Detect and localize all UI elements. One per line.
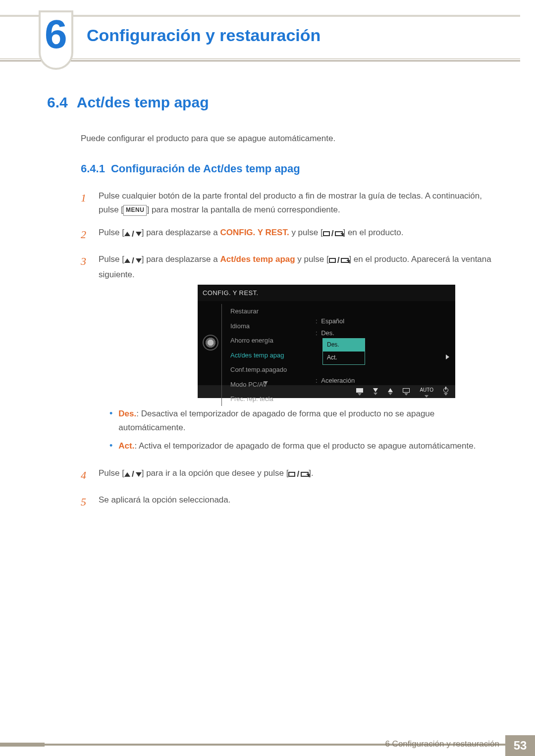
osd-item-frec: Frec. rep. tecla (227, 392, 312, 406)
option-descriptions: • Des.: Desactiva el temporizador de apa… (109, 407, 493, 453)
up-down-icon: / (124, 227, 142, 241)
osd-footer-power-icon (443, 388, 448, 396)
step-text: Pulse [ (99, 468, 124, 478)
section-number: 6.4 (47, 94, 68, 111)
enter-source-icon: / (323, 227, 343, 241)
osd-menu-list: Restaurar Idioma Ahorro energía Act/des … (227, 304, 312, 406)
bullet-act: • Act.: Activa el temporizador de apagad… (109, 439, 493, 453)
procedure-steps: 1 Pulse cualquier botón de la parte fron… (81, 189, 493, 511)
osd-footer-back-icon (356, 388, 363, 396)
osd-item-conf: Conf.temp.apagado (227, 362, 312, 377)
osd-item-restaurar: Restaurar (227, 304, 312, 318)
triangle-down-icon (136, 232, 142, 236)
step-text: ] para mostrar la pantalla de menú corre… (147, 205, 340, 214)
chevron-down-icon (263, 381, 268, 384)
osd-value-idioma: Español (316, 316, 361, 326)
step-1: 1 Pulse cualquier botón de la parte fron… (81, 189, 493, 217)
osd-footer-enter-icon (403, 388, 410, 396)
up-down-icon: / (124, 254, 142, 268)
step-text: Pulse [ (99, 228, 124, 237)
step-text: y pulse [ (295, 254, 329, 264)
step-text: ] para desplazarse a (142, 254, 220, 264)
header-rule-bottom-shadow (0, 60, 520, 61)
triangle-up-icon (124, 472, 130, 477)
subsection-number: 6.4.1 (81, 162, 105, 175)
osd-dropdown-act: Act. (323, 352, 365, 364)
desc-des: : Desactiva el temporizador de apagado d… (118, 409, 434, 432)
step-text: ] para ir a la opción que desee y pulse … (142, 468, 289, 478)
step-2: 2 Pulse [/] para desplazarse a CONFIG. Y… (81, 226, 493, 244)
osd-item-idioma: Idioma (227, 319, 312, 333)
triangle-down-icon (136, 258, 142, 263)
osd-body: Restaurar Idioma Ahorro energía Act/des … (198, 301, 455, 385)
osd-value-ahorro: Des. (316, 328, 361, 338)
source-icon (301, 472, 309, 477)
osd-dropdown-des: Des. (323, 339, 365, 352)
subsection-heading: 6.4.1Configuración de Act/des temp apag (81, 162, 493, 175)
up-down-icon: / (124, 467, 142, 481)
menu-name-highlight: Act/des temp apag (220, 254, 295, 264)
osd-item-ahorro: Ahorro energía (227, 333, 312, 348)
section-intro: Puede configurar el producto para que se… (81, 134, 493, 144)
section-title: Act/des temp apag (77, 94, 209, 111)
osd-menu-figure: CONFIG. Y REST. Restaurar Idioma Ahorro … (198, 285, 455, 398)
chapter-title: Configuración y restauración (87, 26, 321, 45)
osd-title: CONFIG. Y REST. (198, 285, 455, 301)
page-content: 6.4 Act/des temp apag Puede configurar e… (47, 94, 493, 520)
rect-icon (323, 231, 330, 236)
osd-dropdown: Des. Act. (322, 338, 365, 365)
step-text: Pulse [ (99, 254, 124, 264)
step-3: 3 Pulse [/] para desplazarse a Act/des t… (81, 252, 493, 457)
triangle-up-icon (124, 232, 130, 236)
step-number: 5 (81, 493, 90, 511)
menu-key-icon: MENU (123, 205, 147, 216)
step-text: Se aplicará la opción seleccionada. (99, 493, 493, 511)
chapter-header: 6 Configuración y restauración (0, 15, 535, 59)
step-number: 2 (81, 226, 90, 244)
page-number: 53 (505, 735, 535, 756)
term-des: Des. (118, 409, 136, 418)
osd-item-modo: Modo PC/AV (227, 377, 312, 392)
enter-source-icon: / (329, 253, 349, 267)
term-act: Act. (118, 441, 134, 451)
step-number: 4 (81, 466, 90, 484)
bullet-des: • Des.: Desactiva el temporizador de apa… (109, 407, 493, 434)
triangle-down-icon (136, 472, 142, 477)
rect-icon (288, 472, 295, 477)
source-icon (341, 258, 349, 263)
osd-item-actdes: Act/des temp apag (227, 348, 312, 362)
bullet-icon: • (109, 409, 112, 434)
osd-value-frec: Aceleración (316, 375, 361, 386)
osd-footer-down-icon (373, 388, 378, 395)
osd-footer-up-icon (388, 388, 393, 395)
desc-act: : Activa el temporizador de apagado de f… (134, 441, 476, 451)
section-heading: 6.4 Act/des temp apag (47, 94, 493, 111)
subsection-title: Configuración de Act/des temp apag (111, 162, 300, 175)
header-rule-top (0, 15, 520, 17)
step-text: y pulse [ (289, 228, 323, 237)
enter-source-icon: / (288, 467, 309, 481)
rect-icon (329, 258, 336, 263)
chapter-number: 6 (45, 11, 67, 57)
step-text: ] en el producto. (343, 228, 403, 237)
page-footer: 6 Configuración y restauración 53 (0, 735, 535, 756)
step-number: 1 (81, 189, 90, 217)
osd-footer-auto-icon: AUTO (420, 386, 433, 398)
step-5: 5 Se aplicará la opción seleccionada. (81, 493, 493, 511)
step-number: 3 (81, 252, 90, 457)
source-icon (335, 231, 343, 236)
step-4: 4 Pulse [/] para ir a la opción que dese… (81, 466, 493, 484)
triangle-up-icon (124, 258, 130, 263)
header-rule-bottom (0, 58, 520, 59)
chevron-right-icon (446, 354, 449, 359)
menu-name-highlight: CONFIG. Y REST. (220, 228, 289, 237)
bullet-icon: • (109, 441, 112, 453)
step-text: ] para desplazarse a (142, 228, 220, 237)
footer-chapter-label: 6 Configuración y restauración (385, 739, 499, 749)
gear-icon (204, 336, 217, 350)
